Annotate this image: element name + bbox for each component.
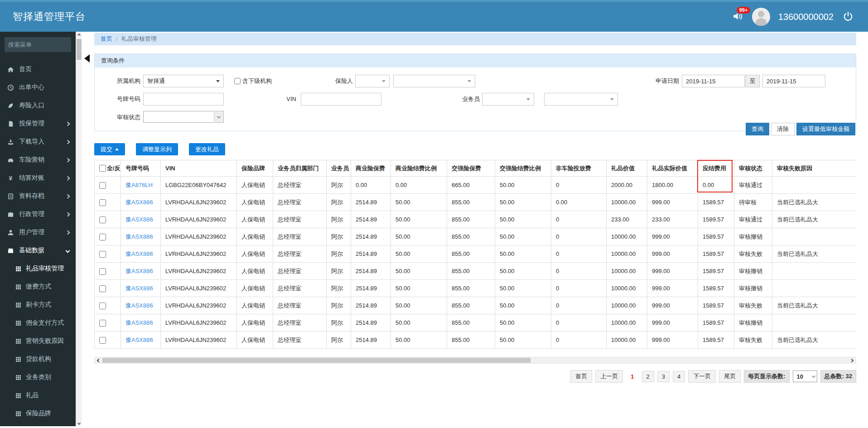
plate-number-link[interactable]: 豫ASX886 [125, 233, 153, 240]
query-button[interactable]: 查询 [746, 123, 769, 135]
vertical-scrollbar-thumb[interactable] [77, 39, 82, 60]
sidebar-item-admin-mgmt[interactable]: 行政管理 [0, 205, 76, 223]
logout-button[interactable] [842, 10, 854, 23]
plate-number-link[interactable]: 豫ASX886 [125, 268, 153, 274]
vertical-scrollbar[interactable] [76, 32, 82, 426]
row-checkbox[interactable] [99, 251, 106, 258]
first-page-button[interactable]: 首页 [570, 370, 592, 383]
sidebar-item-life-entry[interactable]: 寿险入口 [0, 96, 76, 115]
sidebar-item-car-marketing[interactable]: 车险营销 [0, 151, 76, 169]
insurer-select-1[interactable] [355, 75, 390, 87]
plate-number-link[interactable]: 豫ASX886 [125, 285, 153, 292]
table-cell: 2514.89 [351, 332, 391, 349]
chevron-right-icon [66, 176, 70, 180]
row-checkbox[interactable] [99, 320, 106, 327]
sidebar-item-order-center[interactable]: 出单中心 [0, 78, 76, 96]
sidebar-collapse-handle[interactable] [84, 54, 90, 63]
sidebar-item-policy-mgmt[interactable]: 投保管理 [0, 115, 76, 133]
row-checkbox[interactable] [99, 285, 106, 292]
plate-number-link[interactable]: 豫ASX886 [125, 319, 153, 326]
table-cell: LVRHDAAL6JN239602 [161, 263, 237, 280]
column-header-1: 号牌号码 [121, 160, 161, 177]
table-cell: 0 [551, 263, 607, 280]
plate-number-link[interactable]: 豫ASX886 [125, 250, 153, 257]
plate-number-link[interactable]: 豫ASX886 [125, 337, 153, 343]
row-checkbox[interactable] [99, 182, 106, 189]
prev-page-button[interactable]: 上一页 [595, 370, 623, 383]
set-min-audit-amount-button[interactable]: 设置最低审核金额 [796, 123, 855, 135]
include-sub-checkbox[interactable] [234, 78, 241, 84]
sidebar-subitem-commission-pay[interactable]: 佣金支付方式 [0, 314, 76, 332]
sidebar-item-settlement[interactable]: ¥结算对账 [0, 169, 76, 187]
row-select-cell [95, 280, 121, 297]
scroll-right-arrow-icon[interactable] [849, 357, 856, 363]
horizontal-scrollbar[interactable] [94, 357, 856, 364]
breadcrumb-home-link[interactable]: 首页 [101, 35, 112, 43]
select-all-checkbox[interactable] [99, 165, 106, 172]
total-count-label: 总条数: 32 [820, 370, 856, 383]
page-number-1[interactable]: 1 [626, 371, 638, 382]
row-checkbox[interactable] [99, 268, 106, 275]
apply-date-to-input[interactable] [762, 75, 825, 87]
sidebar-subitem-gift-audit[interactable]: 礼品审核管理 [0, 260, 76, 278]
agent-select-1[interactable] [482, 93, 534, 106]
row-checkbox[interactable] [99, 199, 106, 206]
sidebar-item-base-data[interactable]: 基础数据 [0, 241, 76, 260]
sidebar-item-archive[interactable]: 资料存档 [0, 187, 76, 205]
sidebar-subitem-marketing-fail-reason[interactable]: 营销失败原因 [0, 332, 76, 350]
clear-button[interactable]: 清除 [771, 123, 795, 135]
plate-number-link[interactable]: 豫ASX886 [125, 216, 153, 223]
sidebar-item-home[interactable]: 首页 [0, 60, 76, 78]
table-cell: 0 [551, 228, 607, 245]
chevron-right-icon [66, 121, 70, 126]
row-checkbox[interactable] [99, 337, 106, 344]
grid-icon [15, 320, 22, 326]
sidebar-subitem-loan-org[interactable]: 贷款机构 [0, 350, 76, 368]
plate-number-cell: 豫ASX886 [121, 194, 161, 211]
per-page-select[interactable]: 10 [793, 370, 817, 382]
scroll-left-arrow-icon[interactable] [95, 357, 101, 363]
sidebar-subitem-label: 保险品牌 [26, 409, 51, 418]
sidebar-subitem-card-method[interactable]: 刷卡方式 [0, 296, 76, 314]
notification-speaker-button[interactable]: 99+ [731, 10, 744, 23]
next-page-button[interactable]: 下一页 [688, 370, 716, 383]
avatar[interactable] [752, 8, 770, 26]
sidebar-subitem-business-category[interactable]: 业务类别 [0, 368, 76, 386]
plate-number-link[interactable]: 豫A876LH [125, 182, 153, 188]
sidebar-search-input[interactable] [8, 41, 76, 48]
audit-status-select[interactable] [143, 111, 224, 123]
row-checkbox[interactable] [99, 303, 106, 309]
sidebar-subitem-pay-method[interactable]: 缴费方式 [0, 278, 76, 296]
sidebar-item-download-import[interactable]: 下载导入 [0, 133, 76, 151]
table-row: 豫A876LHLGBG22E06BY047642人保电销总经理室阿尔0.000.… [95, 177, 857, 194]
sidebar-subitem-gift[interactable]: 礼品 [0, 386, 76, 404]
row-select-cell [95, 314, 121, 332]
vin-input[interactable] [301, 93, 381, 106]
agent-select-2[interactable] [544, 93, 618, 106]
plate-number-link[interactable]: 豫ASX886 [125, 302, 153, 309]
plate-number-link[interactable]: 豫ASX886 [125, 199, 153, 206]
org-select[interactable]: 智择通 [143, 75, 224, 87]
change-gift-button[interactable]: 更改礼品 [189, 143, 225, 155]
table-cell: 审核撤销 [734, 280, 772, 297]
page-number-4[interactable]: 4 [673, 371, 685, 382]
row-checkbox[interactable] [99, 234, 106, 240]
apply-date-from-input[interactable] [682, 75, 745, 87]
table-cell: 0 [551, 211, 607, 228]
row-checkbox[interactable] [99, 216, 106, 223]
page-number-2[interactable]: 2 [642, 371, 654, 382]
insurer-select-2[interactable] [393, 75, 475, 87]
sidebar-item-user-mgmt[interactable]: 用户管理 [0, 223, 76, 241]
last-page-button[interactable]: 尾页 [719, 370, 741, 383]
plate-input[interactable] [143, 93, 224, 106]
page-number-3[interactable]: 3 [657, 371, 670, 382]
user-phone-number[interactable]: 13600000002 [778, 12, 834, 22]
horizontal-scrollbar-thumb[interactable] [102, 358, 530, 363]
table-cell: 人保电销 [237, 332, 273, 349]
adjust-columns-button[interactable]: 调整显示列 [136, 143, 178, 155]
include-sub-checkbox-group[interactable]: 含下级机构 [234, 75, 272, 87]
sidebar-subitem-insurance-brand[interactable]: 保险品牌 [0, 404, 76, 423]
table-cell: LVRHDAAL6JN239602 [161, 280, 237, 297]
submit-button[interactable]: 提交 [94, 143, 125, 155]
table-cell: 2514.89 [351, 280, 391, 297]
